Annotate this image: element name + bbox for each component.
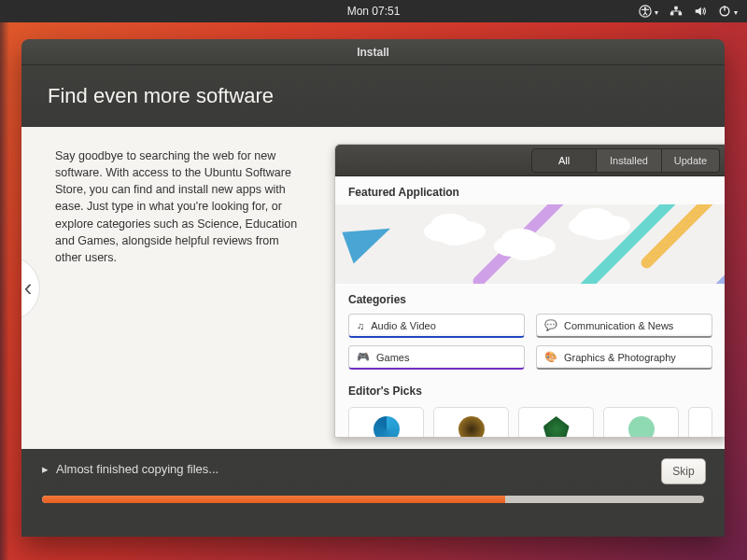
network-icon <box>669 5 683 18</box>
power-menu[interactable]: ▾ <box>718 5 738 18</box>
hero-cloud <box>494 236 531 257</box>
ubuntu-software-preview: All Installed Update Featured Applicatio… <box>334 144 725 438</box>
accessibility-menu[interactable]: ▾ <box>639 5 658 18</box>
progress-bar <box>42 496 704 503</box>
category-label: Communication & News <box>564 320 673 331</box>
pick-card[interactable] <box>603 407 679 438</box>
app-icon <box>628 416 655 438</box>
slide-heading-band: Find even more software <box>21 65 725 127</box>
tab-installed[interactable]: Installed <box>597 148 662 173</box>
svg-rect-4 <box>674 7 678 10</box>
tab-updates[interactable]: Update <box>662 148 720 173</box>
chevron-down-icon: ▾ <box>655 8 658 17</box>
category-games[interactable]: 🎮 Games <box>348 345 525 370</box>
gamepad-icon: 🎮 <box>357 351 370 363</box>
svg-rect-6 <box>724 6 725 10</box>
featured-title: Featured Application <box>335 176 725 204</box>
app-icon <box>374 416 400 438</box>
svg-rect-3 <box>679 12 683 16</box>
app-icon <box>458 416 485 438</box>
svg-rect-2 <box>670 12 674 16</box>
install-window: Install Find even more software Say good… <box>21 39 725 537</box>
chat-icon: 💬 <box>544 319 557 331</box>
software-headerbar: All Installed Update <box>335 145 725 176</box>
prev-slide-button[interactable]: ‹ <box>21 256 40 321</box>
editors-picks-row <box>335 403 725 438</box>
software-tabs: All Installed Update <box>531 148 720 173</box>
editors-picks-title: Editor's Picks <box>335 375 725 403</box>
top-panel: Mon 07:51 ▾ ▾ <box>0 0 747 22</box>
launcher-edge <box>0 22 9 560</box>
install-footer: ▸ Almost finished copying files... Skip <box>21 449 725 537</box>
palette-icon: 🎨 <box>544 351 557 363</box>
window-title: Install <box>357 46 389 59</box>
chevron-left-icon: ‹ <box>24 273 33 302</box>
pick-card[interactable] <box>688 407 712 438</box>
pick-card[interactable] <box>348 407 424 438</box>
skip-label: Skip <box>672 465 694 478</box>
pick-card[interactable] <box>518 407 594 438</box>
app-icon <box>543 416 570 438</box>
pick-card[interactable] <box>433 407 509 438</box>
category-audio-video[interactable]: ♫ Audio & Video <box>348 314 525 338</box>
expand-triangle-icon: ▸ <box>42 462 49 476</box>
clock[interactable]: Mon 07:51 <box>347 5 401 18</box>
progress-fill <box>42 496 505 503</box>
slide-body-text: Say goodbye to searching the web for new… <box>55 147 307 266</box>
category-label: Audio & Video <box>371 320 436 331</box>
categories-title: Categories <box>335 284 725 312</box>
status-text: Almost finished copying files... <box>56 462 218 476</box>
paper-plane-icon <box>342 217 397 264</box>
slide-heading: Find even more software <box>48 84 274 108</box>
sound-indicator[interactable] <box>694 5 707 18</box>
hero-cloud <box>424 221 461 242</box>
category-grid: ♫ Audio & Video 💬 Communication & News 🎮… <box>335 312 725 375</box>
volume-icon <box>694 5 707 18</box>
slide-area: Say goodbye to searching the web for new… <box>21 127 725 449</box>
chevron-down-icon: ▾ <box>734 8 738 17</box>
network-indicator[interactable] <box>669 5 683 18</box>
featured-hero[interactable] <box>335 204 725 284</box>
accessibility-icon <box>639 5 652 18</box>
window-titlebar[interactable]: Install <box>21 39 725 65</box>
power-icon <box>718 5 731 18</box>
category-communication[interactable]: 💬 Communication & News <box>536 314 712 338</box>
category-graphics[interactable]: 🎨 Graphics & Photography <box>536 345 712 370</box>
tab-all[interactable]: All <box>531 148 597 173</box>
skip-button[interactable]: Skip <box>661 458 706 484</box>
svg-point-1 <box>644 7 646 8</box>
hero-stripe <box>555 204 695 284</box>
status-line[interactable]: ▸ Almost finished copying files... <box>42 462 218 476</box>
hero-cloud <box>569 216 606 236</box>
category-label: Graphics & Photography <box>564 352 676 363</box>
category-label: Games <box>376 352 409 363</box>
system-indicators: ▾ ▾ <box>639 0 738 22</box>
music-note-icon: ♫ <box>357 320 364 331</box>
